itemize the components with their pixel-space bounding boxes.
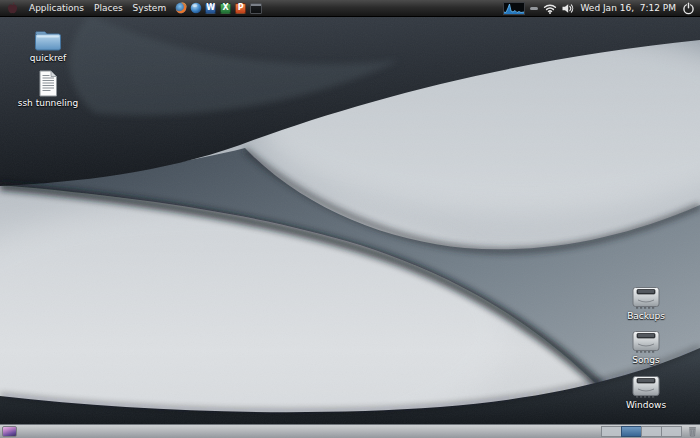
desktop-wallpaper — [0, 0, 700, 438]
excel-letter: X — [223, 4, 229, 12]
volume-icon[interactable] — [562, 3, 574, 14]
word-letter: W — [206, 4, 215, 12]
wifi-icon[interactable] — [543, 3, 557, 14]
desktop-icon-backups-drive[interactable]: Backups — [620, 286, 672, 322]
system-monitor-applet[interactable] — [503, 2, 525, 15]
icon-label: Windows — [626, 400, 666, 411]
workspace-cell-2[interactable] — [621, 426, 642, 437]
folder-icon — [32, 27, 64, 52]
text-document-icon — [37, 70, 59, 97]
workspace-cell-3[interactable] — [641, 426, 662, 437]
system-tray: Wed Jan 16, 7:12 PM — [503, 2, 697, 15]
bottom-panel — [0, 424, 700, 438]
ms-excel-icon[interactable]: X — [219, 2, 232, 15]
menu-system[interactable]: System — [128, 2, 172, 14]
ms-powerpoint-icon[interactable]: P — [234, 2, 247, 15]
top-panel: Applications Places System — [0, 0, 700, 17]
menu-applications[interactable]: Applications — [24, 2, 89, 14]
workspace-switcher — [602, 426, 682, 437]
icon-label: quickref — [30, 53, 66, 64]
menu-places[interactable]: Places — [89, 2, 128, 14]
hard-drive-icon — [631, 375, 661, 399]
desktop-screen: Applications Places System — [0, 0, 700, 438]
hard-drive-icon — [631, 286, 661, 310]
battery-status-icon[interactable] — [530, 7, 538, 10]
hard-drive-icon — [631, 330, 661, 354]
clock[interactable]: Wed Jan 16, 7:12 PM — [579, 3, 677, 13]
ms-word-icon[interactable]: W — [204, 2, 217, 15]
workspace-cell-1[interactable] — [601, 426, 622, 437]
icon-label: Backups — [627, 311, 665, 322]
workspace-cell-4[interactable] — [661, 426, 682, 437]
firefox-icon[interactable] — [174, 2, 187, 15]
desktop-icon-songs-drive[interactable]: Songs — [620, 330, 672, 366]
desktop-icon-windows-drive[interactable]: Windows — [620, 375, 672, 411]
trash-icon[interactable] — [687, 426, 698, 438]
web-browser-globe-icon[interactable] — [189, 2, 202, 15]
terminal-icon[interactable] — [249, 2, 262, 15]
icon-label: ssh tunneling — [18, 98, 79, 109]
desktop-icon-ssh-tunneling[interactable]: ssh tunneling — [20, 70, 76, 109]
apple-menu-icon[interactable] — [6, 1, 19, 15]
powerpoint-letter: P — [238, 4, 244, 12]
desktop-icon-quickref[interactable]: quickref — [22, 27, 74, 64]
show-desktop-button[interactable] — [2, 426, 17, 437]
power-icon[interactable] — [682, 2, 695, 15]
panel-launchers: W X P — [174, 2, 262, 15]
icon-label: Songs — [632, 355, 659, 366]
